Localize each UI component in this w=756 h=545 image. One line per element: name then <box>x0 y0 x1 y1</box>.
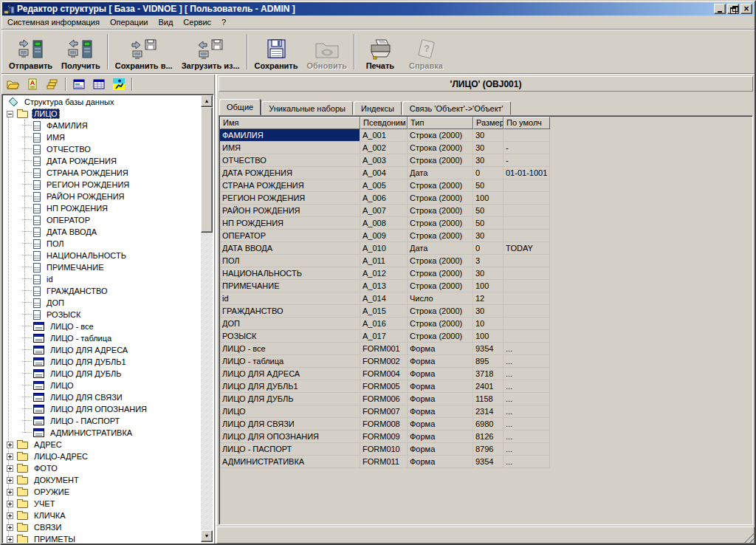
tree-node-label[interactable]: ФОТО <box>32 463 60 473</box>
cell-type[interactable]: Строка (2000) <box>408 267 473 280</box>
cell-default[interactable]: TODAY <box>504 242 550 255</box>
tree-node[interactable]: ГРАЖДАНСТВО <box>4 285 200 297</box>
cell-default[interactable]: ... <box>504 431 550 443</box>
tree-node-label[interactable]: УЧЕТ <box>32 498 57 509</box>
cell-name[interactable]: ДОП <box>220 318 360 330</box>
table-row[interactable]: ЛИЦО - ПАСПОРТ FORM010 Форма 8796 ... <box>220 443 550 456</box>
cell-size[interactable]: 8796 <box>473 443 504 456</box>
cell-alias[interactable]: A_016 <box>360 318 408 330</box>
tree-node-label[interactable]: РАЙОН РОЖДЕНИЯ <box>44 191 127 202</box>
cell-type[interactable]: Дата <box>408 242 473 255</box>
table-row[interactable]: ЛИЦО ДЛЯ ДУБЛЬ1 FORM005 Форма 2401 ... <box>220 380 550 393</box>
cell-default[interactable] <box>504 192 550 205</box>
cell-type[interactable]: Форма <box>408 456 473 468</box>
cell-name[interactable]: ЛИЦО ДЛЯ ДУБЛЬ1 <box>220 380 360 393</box>
form-view-icon[interactable] <box>72 77 86 92</box>
table-row[interactable]: РАЙОН РОЖДЕНИЯ A_007 Строка (2000) 50 <box>220 205 550 217</box>
cell-type[interactable]: Строка (2000) <box>408 154 473 167</box>
table-row[interactable]: ЛИЦО - все FORM001 Форма 9354 ... <box>220 343 550 355</box>
cell-size[interactable]: 30 <box>473 230 504 242</box>
tree-node-label[interactable]: ОРУЖИЕ <box>32 487 72 497</box>
cell-default[interactable] <box>504 205 550 217</box>
tree-node[interactable]: КЛИЧКА <box>4 510 200 521</box>
tree-node[interactable]: ЛИЦО ДЛЯ ДУБЛЬ <box>4 368 200 380</box>
cell-name[interactable]: АДМИНИСТРАТИВКА <box>220 456 360 468</box>
cell-name[interactable]: ЛИЦО ДЛЯ ОПОЗНАНИЯ <box>220 431 360 443</box>
tree-node[interactable]: id <box>4 273 200 285</box>
cell-size[interactable]: 8126 <box>473 431 504 443</box>
cell-alias[interactable]: A_012 <box>360 267 408 280</box>
tree-node[interactable]: ЛИЦО ДЛЯ АДРЕСА <box>4 344 200 356</box>
table-row[interactable]: ПОЛ A_011 Строка (2000) 3 <box>220 255 550 267</box>
table-row[interactable]: ЛИЦО ДЛЯ СВЯЗИ FORM008 Форма 6980 ... <box>220 418 550 431</box>
cell-alias[interactable]: A_010 <box>360 242 408 255</box>
tree-node[interactable]: ФАМИЛИЯ <box>4 120 200 131</box>
tree-node-label[interactable]: ЛИЦО ДЛЯ АДРЕСА <box>48 345 130 355</box>
cell-default[interactable]: - <box>504 142 550 154</box>
cell-alias[interactable]: A_002 <box>360 142 408 154</box>
cell-name[interactable]: ФАМИЛИЯ <box>220 129 360 142</box>
cell-type[interactable]: Форма <box>408 405 473 418</box>
cell-type[interactable]: Строка (2000) <box>408 179 473 192</box>
cell-alias[interactable]: A_011 <box>360 255 408 267</box>
cell-type[interactable]: Форма <box>408 443 473 456</box>
menu-operations[interactable]: Операции <box>105 16 153 29</box>
table-row[interactable]: ЛИЦО ДЛЯ АДРЕСА FORM004 Форма 3718 ... <box>220 368 550 380</box>
cell-default[interactable]: ... <box>504 343 550 355</box>
tree-node-label[interactable]: ПРИМЕЧАНИЕ <box>44 262 106 272</box>
cell-name[interactable]: ЛИЦО - таблица <box>220 355 360 368</box>
menu-view[interactable]: Вид <box>153 16 178 29</box>
cell-type[interactable]: Строка (2000) <box>408 255 473 267</box>
cell-alias[interactable]: A_015 <box>360 305 408 318</box>
tab-indexes[interactable]: Индексы <box>354 101 402 115</box>
tree-expander-icon[interactable] <box>7 513 13 519</box>
cell-type[interactable]: Строка (2000) <box>408 305 473 318</box>
table-row[interactable]: НП РОЖДЕНИЯ A_008 Строка (2000) 50 <box>220 217 550 230</box>
cell-type[interactable]: Строка (2000) <box>408 192 473 205</box>
tree-node[interactable]: ЛИЦО ДЛЯ СВЯЗИ <box>4 391 200 403</box>
cell-size[interactable]: 10 <box>473 318 504 330</box>
cell-name[interactable]: ГРАЖДАНСТВО <box>220 305 360 318</box>
cell-alias[interactable]: FORM001 <box>360 343 408 355</box>
tree-node-label[interactable]: КЛИЧКА <box>32 510 68 521</box>
cell-alias[interactable]: A_006 <box>360 192 408 205</box>
cell-default[interactable]: ... <box>504 443 550 456</box>
cell-name[interactable]: id <box>220 292 360 305</box>
cell-default[interactable]: ... <box>504 405 550 418</box>
cell-name[interactable]: РАЙОН РОЖДЕНИЯ <box>220 205 360 217</box>
title-bar[interactable]: Редактор структуры [ База - VIDNOE ] [ П… <box>2 2 754 16</box>
cell-name[interactable]: ОПЕРАТОР <box>220 230 360 242</box>
table-view-icon[interactable] <box>92 77 106 92</box>
cell-size[interactable]: 100 <box>473 280 504 292</box>
tree-node-label[interactable]: НП РОЖДЕНИЯ <box>44 203 110 213</box>
cell-type[interactable]: Форма <box>408 431 473 443</box>
tree-expander-icon[interactable] <box>7 453 13 460</box>
tree-node[interactable]: ЛИЦО - таблица <box>4 332 200 344</box>
table-row[interactable]: АДМИНИСТРАТИВКА FORM011 Форма 9354 ... <box>220 456 550 468</box>
table-row[interactable]: ОПЕРАТОР A_009 Строка (2000) 30 <box>220 230 550 242</box>
table-row[interactable]: ЛИЦО ДЛЯ ОПОЗНАНИЯ FORM009 Форма 8126 ..… <box>220 431 550 443</box>
cell-name[interactable]: ЛИЦО <box>220 405 360 418</box>
tree-node-label[interactable]: ИМЯ <box>44 132 67 143</box>
table-row[interactable]: НАЦИОНАЛЬНОСТЬ A_012 Строка (2000) 30 <box>220 267 550 280</box>
cell-default[interactable] <box>504 292 550 305</box>
cell-size[interactable]: 30 <box>473 142 504 154</box>
column-header-size[interactable]: Размер <box>473 117 504 129</box>
cell-default[interactable]: ... <box>504 380 550 393</box>
cell-default[interactable] <box>504 230 550 242</box>
document-a-icon[interactable]: A <box>25 77 40 92</box>
tab-general[interactable]: Общие <box>219 99 261 115</box>
table-row[interactable]: ПРИМЕЧАНИЕ A_013 Строка (2000) 100 <box>220 280 550 292</box>
save-to-button[interactable]: Сохранить в... <box>111 31 177 72</box>
scroll-up-icon[interactable]: ▲ <box>201 95 213 107</box>
column-header-type[interactable]: Тип <box>408 117 473 129</box>
cell-size[interactable]: 3 <box>473 255 504 267</box>
cell-name[interactable]: ЛИЦО - ПАСПОРТ <box>220 443 360 456</box>
cell-default[interactable] <box>504 255 550 267</box>
tree-node[interactable]: УЧЕТ <box>4 498 200 510</box>
cell-alias[interactable]: FORM006 <box>360 393 408 405</box>
cell-default[interactable]: - <box>504 154 550 167</box>
cell-name[interactable]: ЛИЦО - все <box>220 343 360 355</box>
tree-node[interactable]: ДАТА РОЖДЕНИЯ <box>4 155 200 167</box>
cell-alias[interactable]: A_004 <box>360 167 408 179</box>
